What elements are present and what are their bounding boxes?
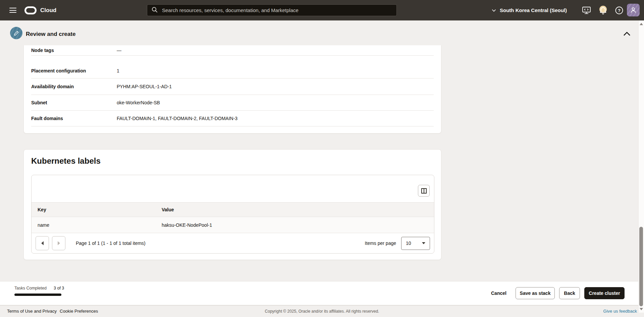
- scroll-down-arrow[interactable]: [640, 308, 643, 310]
- review-row-placement-configuration: Placement configuration 1: [31, 63, 434, 78]
- caret-down-icon: [422, 242, 425, 244]
- cloud-shell-icon[interactable]: [581, 0, 591, 20]
- brand-title[interactable]: Cloud: [40, 0, 56, 20]
- page-footer: Terms of Use and Privacy Cookie Preferen…: [0, 305, 644, 317]
- items-per-page-value: 10: [406, 241, 411, 246]
- region-selector[interactable]: South Korea Central (Seoul): [492, 0, 567, 20]
- items-per-page-label: Items per page: [365, 241, 396, 246]
- columns-icon: [421, 188, 427, 194]
- row-label: Fault domains: [31, 116, 117, 121]
- region-label: South Korea Central (Seoul): [500, 7, 567, 13]
- pencil-icon: [13, 30, 19, 36]
- chevron-up-icon: [623, 32, 631, 36]
- tasks-completed-label: Tasks Completed: [14, 286, 47, 290]
- row-value: oke-WorkerNode-SB: [117, 100, 160, 105]
- collapse-section-button[interactable]: [623, 31, 631, 37]
- hamburger-menu-icon[interactable]: [9, 8, 16, 13]
- row-label: Availability domain: [31, 84, 117, 89]
- row-value: PYHM:AP-SEOUL-1-AD-1: [117, 84, 172, 89]
- person-icon: [630, 6, 637, 14]
- pagination-status: Page 1 of 1 (1 - 1 of 1 total items): [76, 241, 146, 246]
- tasks-completed-count: 3 of 3: [54, 286, 64, 290]
- scroll-up-arrow[interactable]: [640, 23, 643, 25]
- table-row: name haksu-OKE-NodePool-1: [32, 217, 434, 233]
- cancel-button[interactable]: Cancel: [487, 287, 511, 299]
- scrollbar-thumb[interactable]: [639, 227, 643, 306]
- manage-columns-button[interactable]: [418, 185, 430, 197]
- pagination-bar: Page 1 of 1 (1 - 1 of 1 total items) Ite…: [32, 233, 434, 253]
- row-value: —: [117, 48, 121, 53]
- search-icon: [152, 7, 158, 14]
- kubernetes-labels-card: Kubernetes labels Key Value name haksu-O…: [23, 149, 441, 260]
- global-search[interactable]: [147, 4, 397, 16]
- help-icon[interactable]: ?: [614, 0, 624, 20]
- oci-console-screen: Cloud South Korea Central (Seoul): [0, 0, 644, 317]
- bottom-action-bar: Tasks Completed 3 of 3 Cancel Save as st…: [0, 281, 644, 305]
- review-row-node-tags: Node tags —: [31, 45, 434, 56]
- review-row-availability-domain: Availability domain PYHM:AP-SEOUL-1-AD-1: [31, 78, 434, 95]
- previous-page-button[interactable]: [36, 236, 49, 250]
- review-step-icon: [10, 27, 22, 39]
- row-label: Node tags: [31, 48, 117, 53]
- save-as-stack-button[interactable]: Save as stack: [516, 287, 555, 299]
- user-avatar[interactable]: [627, 4, 640, 16]
- arrow-right-icon: [58, 241, 60, 245]
- labels-table-container: Key Value name haksu-OKE-NodePool-1 Page…: [31, 175, 434, 254]
- svg-text:?: ?: [618, 8, 621, 13]
- arrow-left-icon: [41, 241, 44, 245]
- tasks-progress-bar: [14, 294, 61, 296]
- column-header-key: Key: [32, 207, 162, 212]
- review-row-subnet: Subnet oke-WorkerNode-SB: [31, 95, 434, 111]
- create-cluster-button[interactable]: Create cluster: [584, 287, 625, 299]
- next-page-button[interactable]: [52, 236, 65, 250]
- cell-value: haksu-OKE-NodePool-1: [162, 222, 212, 228]
- feedback-link[interactable]: Give us feedback: [603, 309, 637, 314]
- chevron-down-icon: [492, 7, 496, 13]
- copyright-text: Copyright © 2025, Oracle and/or its affi…: [0, 309, 644, 314]
- section-title: Review and create: [26, 31, 75, 38]
- back-button[interactable]: Back: [559, 287, 580, 299]
- items-per-page-select[interactable]: 10: [401, 237, 430, 250]
- row-label: Subnet: [31, 100, 117, 105]
- row-value: 1: [117, 68, 119, 73]
- node-pool-review-card: Node tags — Placement configuration 1 Av…: [23, 45, 441, 134]
- oracle-logo[interactable]: [24, 6, 37, 14]
- table-header-row: Key Value: [32, 202, 434, 217]
- search-input[interactable]: [161, 7, 392, 13]
- top-navigation-bar: Cloud South Korea Central (Seoul): [0, 0, 644, 20]
- notifications-bell-icon[interactable]: [598, 0, 608, 20]
- row-value: FAULT-DOMAIN-1, FAULT-DOMAIN-2, FAULT-DO…: [117, 116, 237, 121]
- vertical-scrollbar[interactable]: [638, 20, 644, 313]
- cell-key: name: [32, 222, 162, 228]
- review-row-fault-domains: Fault domains FAULT-DOMAIN-1, FAULT-DOMA…: [31, 110, 434, 126]
- row-label: Placement configuration: [31, 68, 117, 73]
- kubernetes-labels-title: Kubernetes labels: [31, 156, 101, 166]
- column-header-value: Value: [162, 207, 174, 212]
